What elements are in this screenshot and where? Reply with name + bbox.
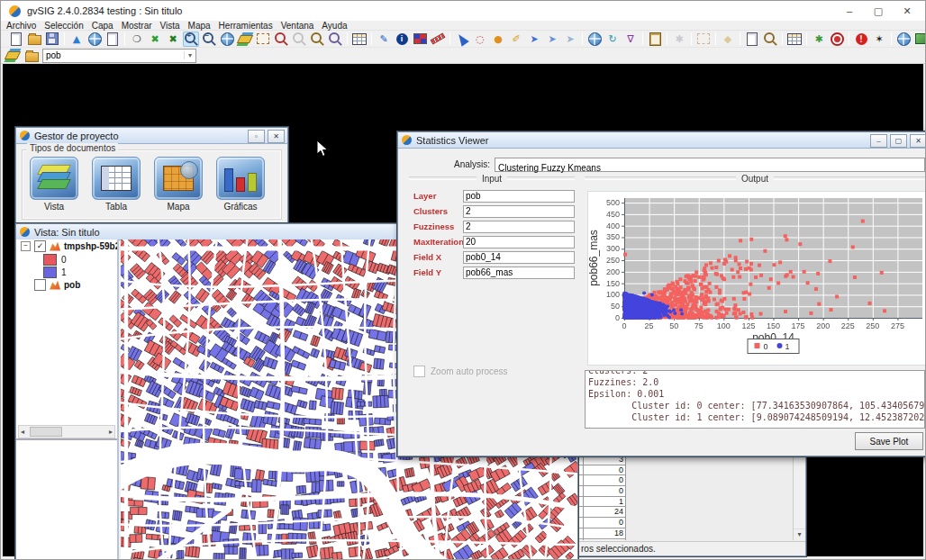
zoom-extent-icon[interactable]: ✖	[165, 32, 181, 47]
document-edit-icon[interactable]	[744, 32, 760, 47]
tools-wrench-icon[interactable]: ✶	[871, 32, 887, 47]
export-view-icon[interactable]	[104, 32, 121, 47]
zoom-manager-icon[interactable]	[291, 32, 307, 47]
table-row[interactable]: 18	[577, 528, 794, 539]
field-input-fieldx[interactable]	[463, 251, 575, 264]
filter-icon[interactable]: ∇	[622, 32, 639, 47]
selection-flag-icon[interactable]	[412, 32, 428, 47]
menu-item-vista[interactable]: Vista	[160, 21, 180, 31]
select-invert-icon[interactable]: ➤	[544, 32, 560, 47]
save-plot-button[interactable]: Save Plot	[855, 432, 923, 450]
new-document-icon[interactable]	[8, 32, 24, 47]
maximize-button[interactable]: ▢	[890, 134, 907, 148]
zoom-layer-icon[interactable]	[237, 32, 253, 47]
project-manager-titlebar[interactable]: Gestor de proyecto ▫✕	[16, 128, 287, 144]
analysis-combobox[interactable]	[495, 158, 925, 172]
menu-item-capa[interactable]: Capa	[92, 21, 113, 31]
window-titlebar[interactable]: gvSIG 2.4.0.2834 testing : Sin titulo –▢…	[1, 1, 925, 21]
zoom-auto-process-option[interactable]: Zoom auto process	[413, 366, 508, 377]
table-row[interactable]: 0	[577, 539, 794, 541]
close-button[interactable]: ✕	[268, 130, 285, 143]
zoom-previous-icon[interactable]	[219, 32, 235, 47]
minimize-button[interactable]: –	[835, 1, 864, 21]
world-icon[interactable]	[586, 32, 603, 47]
layer-combobox[interactable]: ▾	[42, 49, 196, 63]
select-buffer-icon[interactable]: ✐	[508, 32, 524, 47]
hyperlink-icon[interactable]: ✎	[376, 32, 392, 47]
field-input-fuzziness[interactable]	[463, 221, 575, 233]
world2-icon[interactable]	[895, 32, 912, 47]
select-circle-icon[interactable]: ●	[490, 32, 506, 47]
table-row[interactable]: 0	[577, 465, 794, 476]
menu-item-seleccion[interactable]: Selección	[44, 21, 83, 31]
close-button[interactable]: ✕	[893, 1, 921, 21]
scroll-right-icon[interactable]: ▸	[107, 428, 114, 436]
clipboard-icon[interactable]	[647, 32, 663, 47]
scroll-down-icon[interactable]: ▾	[794, 528, 805, 540]
open-project-icon[interactable]	[26, 32, 42, 47]
table-vertical-scrollbar[interactable]: ▾	[793, 455, 805, 540]
show-table-icon[interactable]	[351, 32, 368, 47]
table-row[interactable]: 0	[577, 486, 794, 497]
add-layer-icon[interactable]: ▲	[68, 32, 85, 47]
tree-expander-icon[interactable]: −	[21, 241, 31, 251]
zoom-out-icon[interactable]: −	[201, 32, 217, 47]
refresh-icon[interactable]: ↻	[604, 32, 621, 47]
error-log-icon[interactable]: !	[853, 32, 869, 47]
chevron-down-icon[interactable]: ▾	[184, 51, 195, 59]
zoom-pointer-icon[interactable]	[309, 32, 325, 47]
select-add-icon[interactable]: ➤	[526, 32, 542, 47]
pan-icon[interactable]: ❍	[129, 32, 145, 47]
layer-tree-item[interactable]: pob	[16, 278, 117, 292]
info-icon[interactable]: i	[394, 32, 410, 47]
menu-item-ayuda[interactable]: Ayuda	[322, 21, 347, 31]
menu-item-herramientas[interactable]: Herramientas	[219, 21, 273, 31]
select-pointer-icon[interactable]	[454, 32, 470, 47]
field-input-layer[interactable]	[463, 190, 575, 203]
field-input-fieldy[interactable]	[463, 266, 575, 279]
attribute-table-icon[interactable]	[786, 32, 803, 47]
table-row[interactable]: 0	[577, 475, 794, 486]
table-row[interactable]: 1	[577, 497, 794, 508]
maximize-button[interactable]: ▢	[864, 1, 893, 21]
table-row[interactable]: 0	[577, 518, 794, 528]
record-icon[interactable]	[829, 32, 845, 47]
layer-visibility-checkbox[interactable]	[34, 279, 46, 291]
zoom-auto-checkbox[interactable]	[413, 366, 425, 377]
field-input-maxiterations[interactable]	[463, 236, 575, 248]
field-input-clusters[interactable]	[463, 205, 575, 218]
menu-item-ventana[interactable]: Ventana	[281, 21, 314, 31]
minimize-button[interactable]: –	[870, 134, 887, 148]
save-project-icon[interactable]	[44, 32, 60, 47]
scrollbar-thumb[interactable]	[30, 427, 62, 437]
document-type-vista[interactable]: Vista	[29, 157, 79, 212]
symbology-icon[interactable]: ◆	[720, 32, 736, 47]
document-type-tabla[interactable]: Tabla	[91, 157, 141, 212]
table-rows[interactable]: 30001240180	[577, 455, 794, 540]
table-row[interactable]: 24	[577, 507, 794, 518]
zoom-document-icon[interactable]	[327, 32, 343, 47]
measure-icon[interactable]	[430, 32, 446, 47]
select-polygon-icon[interactable]: ◌	[472, 32, 488, 47]
zoom-selected-icon[interactable]	[273, 32, 289, 47]
menu-item-mapa[interactable]: Mapa	[188, 21, 211, 31]
map-document-icon[interactable]	[913, 32, 926, 47]
scroll-left-icon[interactable]: ◂	[19, 428, 26, 436]
zoom-in-icon[interactable]: +	[183, 32, 199, 47]
statistics-viewer-titlebar[interactable]: Statistics Viewer –▢✕	[398, 132, 926, 149]
zoom-all-icon[interactable]: ✖	[147, 32, 163, 47]
zoom-scale-icon[interactable]	[255, 32, 271, 47]
georeference-icon[interactable]	[86, 32, 103, 47]
menu-item-archivo[interactable]: Archivo	[6, 21, 36, 31]
close-button[interactable]: ✕	[910, 134, 926, 148]
document-search-icon[interactable]	[762, 32, 778, 47]
layer-visibility-icon[interactable]	[5, 48, 21, 63]
tree-horizontal-scrollbar[interactable]: ◂ ▸	[18, 425, 115, 438]
document-type-graficas[interactable]: Gráficas	[215, 157, 266, 212]
layer-tree-item[interactable]: −✓tmpshp-59b29794	[16, 239, 117, 253]
menu-item-mostrar[interactable]: Mostrar	[122, 21, 152, 31]
geoprocess-icon[interactable]: ✱	[671, 32, 687, 47]
edit-vertex-icon[interactable]	[695, 32, 712, 47]
minimize-button[interactable]: ▫	[248, 130, 265, 143]
document-type-mapa[interactable]: Mapa	[153, 157, 204, 212]
